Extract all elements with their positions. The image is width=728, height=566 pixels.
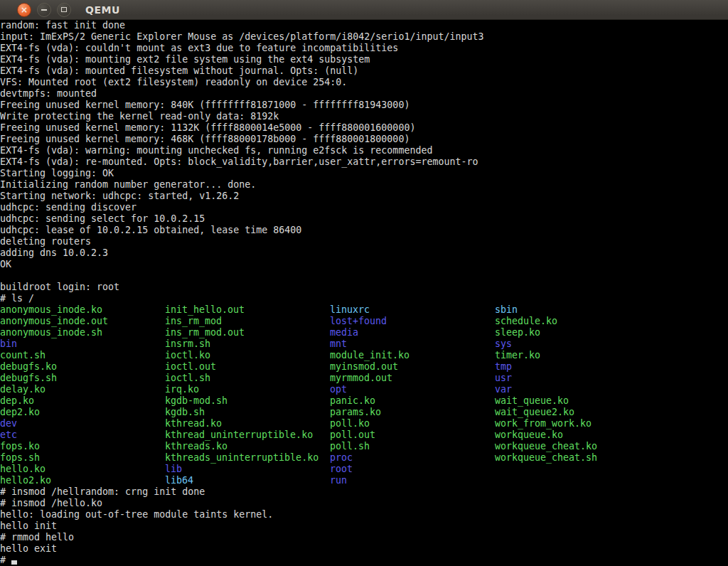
file-entry: schedule.ko <box>495 316 660 327</box>
terminal-line: hello.kolibroot <box>0 464 728 475</box>
terminal-line: # rmmod hello <box>0 532 728 543</box>
file-entry: workqueue_cheat.sh <box>495 452 660 464</box>
file-entry: dev <box>0 418 165 429</box>
terminal-screen[interactable]: random: fast init doneinput: ImExPS/2 Ge… <box>0 20 728 566</box>
terminal-line: anonymous_inode.outins_rm_modlost+founds… <box>0 316 728 327</box>
file-entry: proc <box>330 452 495 464</box>
file-entry: dep.ko <box>0 395 165 407</box>
file-entry: ins_rm_mod <box>165 316 330 327</box>
terminal-line: # insmod /hellrandom: crng init done <box>0 486 728 498</box>
file-entry: var <box>495 384 660 395</box>
file-entry: ioctl.sh <box>165 373 330 384</box>
file-entry: kthread_uninterruptible.ko <box>165 429 330 441</box>
close-icon: × <box>21 5 28 14</box>
terminal-line: fops.kokthreads.kopoll.shworkqueue_cheat… <box>0 441 728 452</box>
terminal-cursor <box>11 560 17 565</box>
file-entry: myrmmod.out <box>330 373 495 384</box>
terminal-line: # ls / <box>0 293 728 304</box>
file-entry: debugfs.ko <box>0 361 165 373</box>
file-entry: kthreads_uninterruptible.ko <box>165 452 330 464</box>
file-entry: lost+found <box>330 316 495 327</box>
terminal-line: OK <box>0 259 728 270</box>
file-entry: media <box>330 327 495 338</box>
file-entry: tmp <box>495 361 660 373</box>
terminal-line: debugfs.koioctl.outmyinsmod.outtmp <box>0 361 728 373</box>
file-entry: mnt <box>330 338 495 350</box>
terminal-line: anonymous_inode.shins_rm_mod.outmediasle… <box>0 327 728 338</box>
file-entry: panic.ko <box>330 395 495 407</box>
terminal-line: dep.kokgdb-mod.shpanic.kowait_queue.ko <box>0 395 728 407</box>
file-entry: sleep.ko <box>495 327 660 338</box>
file-entry: lib <box>165 464 330 475</box>
window-maximize-button[interactable] <box>57 3 71 17</box>
terminal-line: anonymous_inode.koinit_hello.outlinuxrcs… <box>0 304 728 316</box>
file-entry: kthread.ko <box>165 418 330 429</box>
file-entry: root <box>330 464 495 475</box>
terminal-line: debugfs.shioctl.shmyrmmod.outusr <box>0 373 728 384</box>
file-entry: run <box>330 475 495 486</box>
terminal-line: hello init <box>0 520 728 532</box>
terminal-line: Starting logging: OK <box>0 168 728 179</box>
file-entry: workqueue_cheat.ko <box>495 441 660 452</box>
file-entry: opt <box>330 384 495 395</box>
file-entry: anonymous_inode.ko <box>0 304 165 316</box>
file-entry: lib64 <box>165 475 330 486</box>
terminal-line: # insmod /hello.ko <box>0 498 728 509</box>
window-title: QEMU <box>85 4 120 16</box>
terminal-line: Starting network: udhcpc: started, v1.26… <box>0 191 728 202</box>
file-entry: bin <box>0 338 165 350</box>
file-entry: irq.ko <box>165 384 330 395</box>
file-entry: poll.out <box>330 429 495 441</box>
terminal-line: EXT4-fs (vda): mounted filesystem withou… <box>0 65 728 77</box>
terminal-line: VFS: Mounted root (ext2 filesystem) read… <box>0 77 728 88</box>
terminal-line: delay.koirq.kooptvar <box>0 384 728 395</box>
terminal-line: EXT4-fs (vda): mounting ext2 file system… <box>0 54 728 65</box>
terminal-line: # <box>0 555 728 566</box>
file-entry: insrm.sh <box>165 338 330 350</box>
window-titlebar[interactable]: × QEMU <box>0 0 728 20</box>
file-entry: fops.sh <box>0 452 165 464</box>
terminal-line: Freeing unused kernel memory: 468K (ffff… <box>0 134 728 145</box>
terminal-line: devkthread.kopoll.kowork_from_work.ko <box>0 418 728 429</box>
file-entry: dep2.ko <box>0 407 165 418</box>
window-close-button[interactable]: × <box>17 3 31 17</box>
terminal-line: deleting routers <box>0 236 728 247</box>
file-entry: anonymous_inode.out <box>0 316 165 327</box>
minimize-icon <box>41 9 47 11</box>
terminal-line: EXT4-fs (vda): warning: mounting uncheck… <box>0 145 728 156</box>
file-entry: ioctl.ko <box>165 350 330 361</box>
file-entry: wait_queue.ko <box>495 395 660 407</box>
file-entry: usr <box>495 373 660 384</box>
maximize-icon <box>61 7 67 12</box>
terminal-line: random: fast init done <box>0 20 728 31</box>
terminal-line: EXT4-fs (vda): couldn't mount as ext3 du… <box>0 43 728 54</box>
file-entry: kgdb-mod.sh <box>165 395 330 407</box>
file-entry: etc <box>0 429 165 441</box>
terminal-line: bininsrm.shmntsys <box>0 338 728 350</box>
terminal-line: etckthread_uninterruptible.kopoll.outwor… <box>0 429 728 441</box>
file-entry: params.ko <box>330 407 495 418</box>
file-entry: work_from_work.ko <box>495 418 660 429</box>
file-entry: linuxrc <box>330 304 495 316</box>
window-minimize-button[interactable] <box>37 3 51 17</box>
file-entry: timer.ko <box>495 350 660 361</box>
file-entry: count.sh <box>0 350 165 361</box>
terminal-line: EXT4-fs (vda): re-mounted. Opts: block_v… <box>0 156 728 168</box>
file-entry: hello2.ko <box>0 475 165 486</box>
terminal-line: Write protecting the kernel read-only da… <box>0 111 728 122</box>
terminal-line: udhcpc: lease of 10.0.2.15 obtained, lea… <box>0 225 728 236</box>
terminal-line: udhcpc: sending select for 10.0.2.15 <box>0 213 728 225</box>
terminal-line: input: ImExPS/2 Generic Explorer Mouse a… <box>0 31 728 43</box>
terminal-line: fops.shkthreads_uninterruptible.koprocwo… <box>0 452 728 464</box>
terminal-line: dep2.kokgdb.shparams.kowait_queue2.ko <box>0 407 728 418</box>
terminal-line: Initializing random number generator... … <box>0 179 728 191</box>
file-entry: anonymous_inode.sh <box>0 327 165 338</box>
file-entry: ins_rm_mod.out <box>165 327 330 338</box>
terminal-line: adding dns 10.0.2.3 <box>0 247 728 259</box>
file-entry: hello.ko <box>0 464 165 475</box>
file-entry: workqueue.ko <box>495 429 660 441</box>
terminal-line: hello: loading out-of-tree module taints… <box>0 509 728 520</box>
qemu-window: × QEMU random: fast init doneinput: ImEx… <box>0 0 728 566</box>
file-entry: poll.sh <box>330 441 495 452</box>
file-entry: fops.ko <box>0 441 165 452</box>
